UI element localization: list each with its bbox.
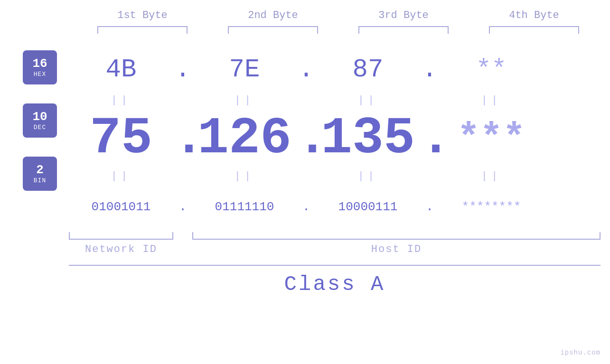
byte-label-3: 3rd Byte [356,9,451,21]
hex-b3: 87 [316,55,420,84]
hex-row: 4B . 7E . 87 . ** [69,48,601,91]
badge-hex: 16 HEX [23,50,57,84]
badge-bin: 2 BIN [23,157,57,191]
hex-b4: ** [439,55,544,84]
host-id-label: Host ID [192,243,601,255]
hex-dot-2: . [297,55,316,84]
byte-label-4: 4th Byte [487,9,582,21]
eq1-b3: || [316,94,420,106]
bin-dot-2: . [297,200,316,214]
bin-b4: ******** [439,200,544,214]
data-rows: 4B . 7E . 87 . ** || || || || 75 [69,48,601,296]
class-section: Class A [69,265,601,296]
bracket-host [192,232,601,240]
bin-b1: 01001011 [69,200,173,214]
id-labels: Network ID Host ID [69,243,601,255]
bin-b2: 01111110 [192,200,297,214]
dec-row: 75 . 126 . 135 . *** [69,110,601,167]
eq2-b2: || [192,170,297,182]
class-line [69,265,601,266]
class-label: Class A [69,272,601,296]
eq1-b2: || [192,94,297,106]
watermark: ipshu.com [560,349,601,356]
eq1-b1: || [69,94,173,106]
bottom-brackets [69,232,601,240]
bin-dot-1: . [173,200,192,214]
byte-headers: 1st Byte 2nd Byte 3rd Byte 4th Byte [77,9,600,21]
bracket-3 [358,26,449,34]
bin-b3: 10000111 [316,200,420,214]
spacer-eq1 [23,84,69,103]
hex-b1: 4B [69,55,173,84]
eq2-b4: || [439,170,544,182]
hex-dot-3: . [420,55,439,84]
dec-b4: *** [439,117,544,160]
equals-row-2: || || || || [69,167,601,186]
main-container: 1st Byte 2nd Byte 3rd Byte 4th Byte 16 H… [0,0,610,364]
bin-dot-3: . [420,200,439,214]
eq2-b1: || [69,170,173,182]
equals-row-1: || || || || [69,91,601,110]
eq1-b4: || [439,94,544,106]
dec-dot-3: . [420,109,439,168]
dec-b1: 75 [69,109,173,168]
badge-dec: 10 DEC [23,103,57,138]
spacer-eq2 [23,138,69,157]
eq2-b3: || [316,170,420,182]
badges-column: 16 HEX 10 DEC 2 BIN [0,48,69,191]
dec-b3: 135 [316,109,420,168]
hex-dot-1: . [173,55,192,84]
byte-label-2: 2nd Byte [225,9,320,21]
bracket-network [69,232,173,240]
bracket-1 [97,26,188,34]
bin-row: 01001011 . 01111110 . 10000111 . *******… [69,186,601,228]
byte-label-1: 1st Byte [95,9,190,21]
network-id-label: Network ID [69,243,173,255]
dec-dot-1: . [173,109,192,168]
hex-b2: 7E [192,55,297,84]
dec-dot-2: . [297,109,316,168]
dec-b2: 126 [192,109,297,168]
bracket-2 [228,26,318,34]
top-brackets [77,26,600,34]
bracket-4 [489,26,579,34]
